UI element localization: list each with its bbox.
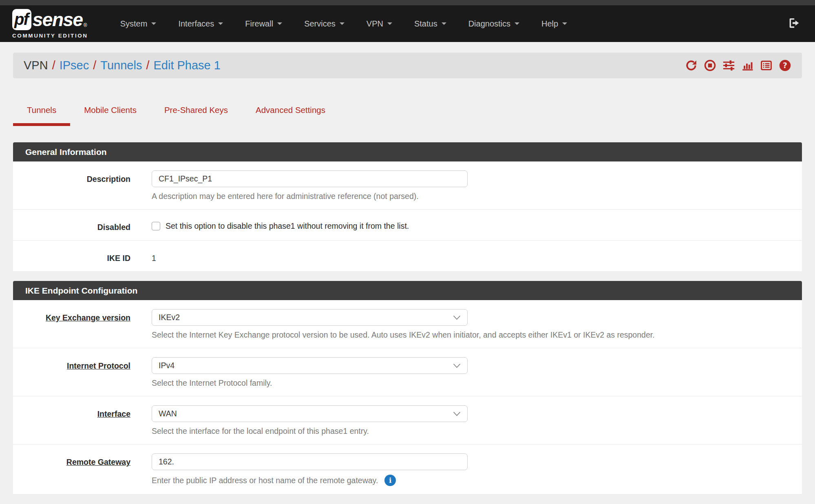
chevron-down-icon	[453, 363, 461, 368]
internet-protocol-select[interactable]: IPv4	[152, 357, 468, 374]
row-interface: Interface WAN Select the interface for t…	[13, 396, 802, 444]
info-icon[interactable]: i	[384, 475, 396, 486]
nav-item-firewall[interactable]: Firewall	[234, 13, 293, 34]
nav-item-diagnostics[interactable]: Diagnostics	[457, 13, 530, 34]
key-exchange-help: Select the Internet Key Exchange protoco…	[152, 330, 802, 340]
nav-item-label: Services	[304, 19, 336, 29]
breadcrumb-separator: /	[93, 59, 96, 72]
remote-gateway-input[interactable]	[152, 453, 468, 470]
breadcrumb-link-edit-phase-1[interactable]: Edit Phase 1	[153, 59, 220, 72]
breadcrumb-section: VPN	[24, 59, 48, 72]
select-value: WAN	[159, 409, 177, 418]
internet-protocol-help: Select the Internet Protocol family.	[152, 378, 802, 388]
interface-help: Select the interface for the local endpo…	[152, 427, 802, 436]
caret-down-icon	[218, 22, 223, 25]
logo-pf-mark: pf	[12, 9, 31, 30]
caret-down-icon	[515, 22, 519, 25]
log-icon[interactable]	[760, 59, 773, 72]
svg-text:?: ?	[783, 61, 787, 70]
ike-id-label: IKE ID	[13, 250, 152, 263]
caret-down-icon	[562, 22, 567, 25]
tab-bar: TunnelsMobile ClientsPre-Shared KeysAdva…	[13, 95, 802, 126]
remote-gateway-label: Remote Gateway	[13, 453, 152, 486]
main-navbar: pf sense ® COMMUNITY EDITION SystemInter…	[0, 5, 815, 42]
nav-item-help[interactable]: Help	[530, 13, 578, 34]
nav-item-label: VPN	[367, 19, 383, 29]
tab-tunnels[interactable]: Tunnels	[13, 95, 70, 126]
nav-item-label: Firewall	[245, 19, 273, 29]
disabled-checkbox-label: Set this option to disable this phase1 w…	[166, 221, 409, 231]
tab-pre-shared-keys[interactable]: Pre-Shared Keys	[150, 95, 242, 126]
disabled-label: Disabled	[13, 219, 152, 232]
row-internet-protocol: Internet Protocol IPv4 Select the Intern…	[13, 348, 802, 396]
row-disabled: Disabled Set this option to disable this…	[13, 210, 802, 241]
logo-sense-text: sense	[33, 9, 83, 31]
description-label: Description	[13, 170, 152, 201]
interface-label: Interface	[13, 405, 152, 436]
sign-out-button[interactable]	[788, 17, 803, 31]
nav-item-system[interactable]: System	[109, 13, 168, 34]
nav-item-services[interactable]: Services	[293, 13, 356, 34]
refresh-icon[interactable]	[685, 59, 698, 72]
pfsense-logo[interactable]: pf sense ® COMMUNITY EDITION	[12, 9, 88, 39]
ike-id-value: 1	[152, 250, 802, 263]
interface-select[interactable]: WAN	[152, 405, 468, 422]
disabled-checkbox[interactable]	[152, 222, 160, 230]
caret-down-icon	[387, 22, 392, 25]
breadcrumb-link-tunnels[interactable]: Tunnels	[100, 59, 142, 72]
sliders-icon[interactable]	[722, 59, 735, 72]
breadcrumb-actions: ?	[685, 59, 791, 72]
internet-protocol-label: Internet Protocol	[13, 357, 152, 388]
breadcrumb: VPN /IPsec/Tunnels/Edit Phase 1	[24, 59, 221, 72]
caret-down-icon	[442, 22, 446, 25]
key-exchange-label: Key Exchange version	[13, 309, 152, 340]
breadcrumb-separator: /	[146, 59, 149, 72]
caret-down-icon	[151, 22, 156, 25]
panel-title: IKE Endpoint Configuration	[13, 281, 802, 300]
panel-ike-endpoint: IKE Endpoint Configuration Key Exchange …	[13, 281, 802, 495]
nav-item-label: Interfaces	[178, 19, 214, 29]
tab-mobile-clients[interactable]: Mobile Clients	[70, 95, 150, 126]
logo-edition-text: COMMUNITY EDITION	[12, 33, 88, 39]
nav-item-label: System	[120, 19, 148, 29]
sign-out-icon	[788, 17, 800, 31]
nav-item-label: Help	[541, 19, 558, 29]
nav-item-label: Diagnostics	[468, 19, 510, 29]
caret-down-icon	[277, 22, 282, 25]
chevron-down-icon	[453, 411, 461, 416]
breadcrumb-separator: /	[52, 59, 55, 72]
row-ike-id: IKE ID 1	[13, 241, 802, 271]
panel-general-information: General Information Description A descri…	[13, 142, 802, 271]
select-value: IKEv2	[159, 313, 180, 322]
nav-item-label: Status	[414, 19, 437, 29]
breadcrumb-panel: VPN /IPsec/Tunnels/Edit Phase 1	[13, 53, 802, 78]
description-help: A description may be entered here for ad…	[152, 192, 802, 201]
key-exchange-select[interactable]: IKEv2	[152, 309, 468, 326]
description-input[interactable]	[152, 170, 468, 187]
nav-item-status[interactable]: Status	[403, 13, 457, 34]
logo-registered-mark: ®	[84, 22, 87, 28]
nav-item-interfaces[interactable]: Interfaces	[167, 13, 234, 34]
help-icon[interactable]: ?	[779, 59, 791, 72]
row-description: Description A description may be entered…	[13, 161, 802, 210]
caret-down-icon	[340, 22, 345, 25]
stop-icon[interactable]	[704, 59, 716, 72]
remote-gateway-help: Enter the public IP address or host name…	[152, 476, 378, 485]
nav-item-vpn[interactable]: VPN	[356, 13, 403, 34]
navbar-menu: SystemInterfacesFirewallServicesVPNStatu…	[109, 13, 578, 34]
window-top-strip	[0, 0, 815, 5]
breadcrumb-link-ipsec[interactable]: IPsec	[60, 59, 89, 72]
chevron-down-icon	[453, 315, 461, 320]
select-value: IPv4	[159, 361, 174, 370]
panel-title: General Information	[13, 142, 802, 161]
row-remote-gateway: Remote Gateway Enter the public IP addre…	[13, 444, 802, 495]
bar-chart-icon[interactable]	[741, 59, 754, 72]
tab-advanced-settings[interactable]: Advanced Settings	[242, 95, 339, 126]
row-key-exchange: Key Exchange version IKEv2 Select the In…	[13, 300, 802, 348]
